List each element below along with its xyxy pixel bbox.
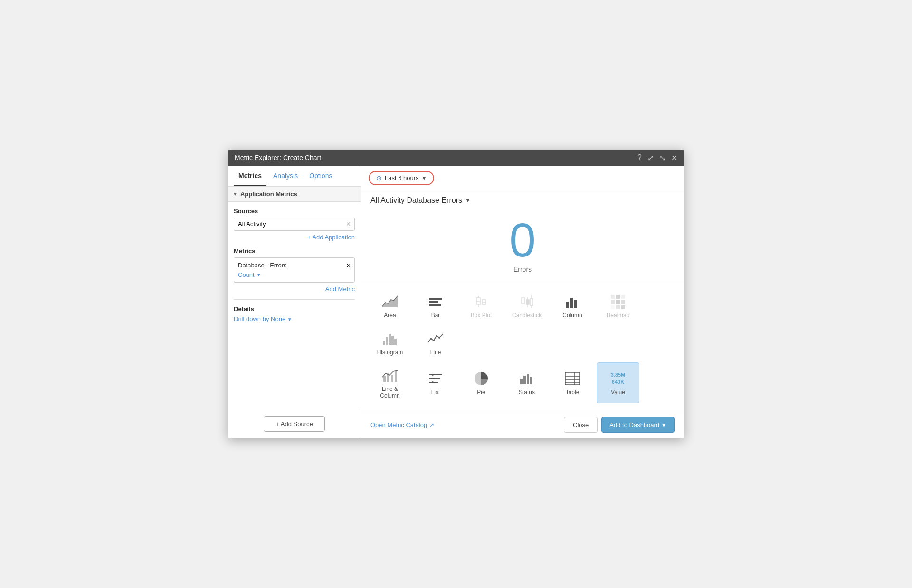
svg-rect-55	[523, 376, 526, 384]
open-catalog-label: Open Metric Catalog	[370, 421, 427, 428]
metric-sub-dropdown[interactable]: Count ▼	[238, 271, 351, 278]
section-chevron-icon[interactable]: ▼	[233, 191, 238, 197]
svg-rect-30	[621, 300, 625, 304]
svg-rect-24	[579, 296, 579, 308]
close-button[interactable]: Close	[564, 417, 598, 433]
add-source-button[interactable]: + Add Source	[264, 416, 324, 432]
title-bar: Metric Explorer: Create Chart ? ⤢ ⤡ ✕	[228, 150, 684, 166]
chart-type-line-column[interactable]: Line &Column	[369, 362, 411, 404]
sources-label: Sources	[234, 208, 355, 215]
line-icon	[427, 330, 444, 347]
chart-type-histogram[interactable]: Histogram	[369, 326, 411, 360]
section-header-label: Application Metrics	[240, 190, 297, 198]
line-label: Line	[430, 349, 441, 356]
add-source-area: + Add Source	[228, 409, 361, 438]
svg-rect-37	[391, 336, 394, 345]
drill-down-section: Drill down by None ▼	[234, 315, 355, 322]
tab-metrics[interactable]: Metrics	[234, 166, 266, 186]
main-panel: ⊙ Last 6 hours ▼ All Activity Database E…	[361, 166, 684, 439]
time-picker[interactable]: ⊙ Last 6 hours ▼	[369, 171, 434, 185]
sidebar-tabs: Metrics Analysis Options	[228, 166, 361, 187]
svg-rect-25	[611, 295, 615, 299]
chart-type-column[interactable]: Column	[551, 289, 594, 323]
chart-value-label: Errors	[513, 266, 532, 273]
svg-rect-57	[530, 377, 532, 384]
svg-point-50	[432, 374, 434, 376]
metric-tag-box: Database - Errors × Count ▼	[234, 257, 355, 283]
chart-type-bar[interactable]: Bar	[414, 289, 457, 323]
histogram-icon	[381, 330, 399, 347]
line-column-icon	[381, 367, 399, 384]
chart-type-value[interactable]: 3.85M640K Value	[597, 362, 639, 404]
svg-rect-29	[616, 300, 620, 304]
chart-big-value: 0	[509, 216, 536, 264]
svg-rect-21	[566, 302, 569, 308]
chart-title: All Activity Database Errors	[370, 196, 462, 205]
chart-type-heatmap: Heatmap	[597, 289, 639, 323]
svg-rect-22	[570, 298, 573, 308]
chart-area: 0 Errors	[361, 207, 684, 283]
remove-source-button[interactable]: ×	[346, 220, 351, 228]
metric-sub-arrow-icon: ▼	[256, 272, 261, 277]
help-icon[interactable]: ?	[637, 153, 642, 162]
chart-type-area[interactable]: Area	[369, 289, 411, 323]
add-dashboard-arrow-icon: ▼	[661, 422, 666, 428]
remove-metric-button[interactable]: ×	[347, 262, 351, 269]
tab-analysis[interactable]: Analysis	[268, 166, 303, 186]
chart-title-arrow-icon[interactable]: ▼	[465, 197, 471, 204]
table-icon	[564, 370, 581, 387]
svg-rect-28	[611, 300, 615, 304]
chart-type-status[interactable]: Status	[505, 362, 548, 404]
close-icon[interactable]: ✕	[671, 153, 677, 162]
modal-footer: Open Metric Catalog ↗ Close Add to Dashb…	[361, 411, 684, 438]
svg-rect-36	[389, 334, 391, 345]
time-picker-label: Last 6 hours	[385, 174, 419, 181]
title-bar-actions: ? ⤢ ⤡ ✕	[637, 153, 677, 162]
drill-down-arrow-icon[interactable]: ▼	[287, 317, 292, 322]
metric-name: Database - Errors	[238, 262, 287, 269]
candlestick-label: Candlestick	[512, 312, 542, 319]
status-label: Status	[519, 389, 535, 396]
top-bar: ⊙ Last 6 hours ▼	[361, 166, 684, 190]
svg-rect-19	[530, 299, 533, 305]
add-to-dashboard-button[interactable]: Add to Dashboard ▼	[601, 417, 674, 433]
svg-rect-34	[383, 341, 385, 345]
svg-rect-43	[383, 376, 386, 382]
footer-buttons: Close Add to Dashboard ▼	[564, 417, 674, 433]
value-label: Value	[611, 389, 625, 396]
svg-rect-45	[391, 375, 393, 382]
metrics-label: Metrics	[234, 247, 355, 255]
open-catalog-link[interactable]: Open Metric Catalog ↗	[370, 421, 434, 428]
candlestick-icon	[518, 293, 535, 310]
svg-point-52	[432, 381, 434, 383]
details-label: Details	[234, 305, 355, 313]
bar-icon	[427, 293, 444, 310]
area-icon	[381, 293, 399, 310]
chart-type-list[interactable]: List	[414, 362, 457, 404]
svg-rect-33	[621, 305, 625, 309]
add-metric-link[interactable]: Add Metric	[234, 285, 355, 293]
chart-type-candlestick: Candlestick	[505, 289, 548, 323]
boxplot-icon	[473, 293, 490, 310]
divider	[234, 299, 355, 300]
pie-label: Pie	[477, 389, 485, 396]
svg-point-42	[438, 337, 440, 339]
add-application-link[interactable]: + Add Application	[234, 234, 355, 241]
chart-type-boxplot: Box Plot	[460, 289, 503, 323]
chart-type-selector: Area Bar	[361, 283, 684, 411]
open-external-icon[interactable]: ⤢	[647, 153, 654, 162]
column-label: Column	[562, 312, 582, 319]
svg-rect-54	[520, 379, 522, 384]
drill-down-value[interactable]: None	[271, 315, 285, 322]
chart-types-row-1: Area Bar	[369, 289, 676, 360]
svg-point-51	[432, 378, 434, 379]
expand-icon[interactable]: ⤡	[659, 153, 665, 162]
chart-type-pie[interactable]: Pie	[460, 362, 503, 404]
chart-type-line[interactable]: Line	[414, 326, 457, 360]
tab-options[interactable]: Options	[304, 166, 337, 186]
chart-type-table[interactable]: Table	[551, 362, 594, 404]
svg-rect-46	[395, 371, 397, 382]
drill-down-label: Drill down by	[234, 315, 269, 322]
svg-rect-23	[574, 300, 577, 308]
svg-rect-16	[526, 300, 529, 304]
